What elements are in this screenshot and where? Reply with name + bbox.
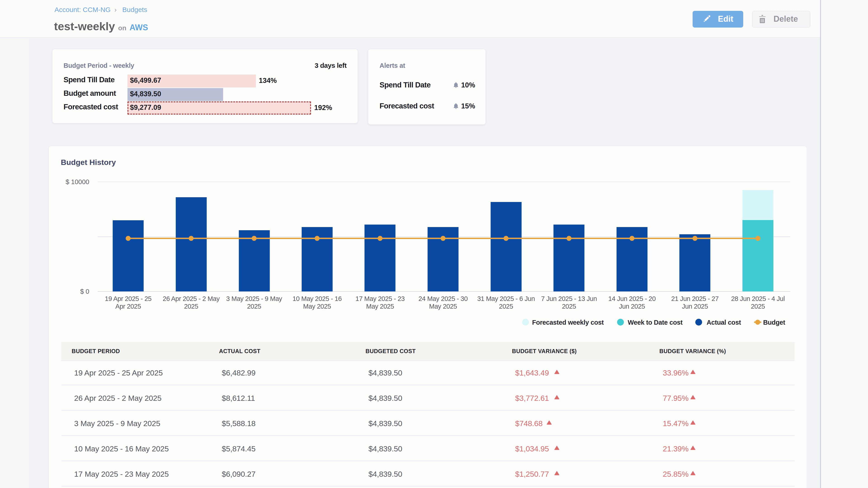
- svg-text:26 Apr 2025 - 2 May: 26 Apr 2025 - 2 May: [163, 295, 220, 302]
- svg-text:2025: 2025: [751, 303, 765, 310]
- svg-text:May 2025: May 2025: [429, 303, 457, 310]
- svg-text:31 May 2025 - 6 Jun: 31 May 2025 - 6 Jun: [477, 295, 535, 302]
- svg-text:Jun 2025: Jun 2025: [619, 303, 645, 310]
- svg-text:28 Jun 2025 - 4 Jul: 28 Jun 2025 - 4 Jul: [731, 295, 784, 302]
- svg-text:$ 0: $ 0: [80, 288, 89, 295]
- svg-text:2025: 2025: [184, 303, 198, 310]
- svg-text:19 Apr 2025 - 25: 19 Apr 2025 - 25: [105, 295, 151, 302]
- svg-text:10 May 2025 - 16: 10 May 2025 - 16: [292, 295, 342, 302]
- svg-text:May 2025: May 2025: [303, 303, 331, 310]
- svg-text:2025: 2025: [499, 303, 513, 310]
- svg-text:May 2025: May 2025: [366, 303, 394, 310]
- svg-text:3 May 2025 - 9 May: 3 May 2025 - 9 May: [226, 295, 282, 302]
- svg-text:Actual cost: Actual cost: [707, 319, 741, 326]
- svg-text:Week to Date cost: Week to Date cost: [628, 319, 683, 326]
- svg-text:7 Jun 2025 - 13 Jun: 7 Jun 2025 - 13 Jun: [541, 295, 597, 302]
- svg-text:24 May 2025 - 30: 24 May 2025 - 30: [418, 295, 468, 302]
- svg-text:Jun 2025: Jun 2025: [682, 303, 708, 310]
- svg-text:Apr 2025: Apr 2025: [115, 303, 141, 310]
- svg-text:$ 10000: $ 10000: [66, 178, 89, 186]
- svg-text:14 Jun 2025 - 20: 14 Jun 2025 - 20: [608, 295, 656, 302]
- svg-text:21 Jun 2025 - 27: 21 Jun 2025 - 27: [671, 295, 719, 302]
- svg-text:Budget: Budget: [763, 319, 785, 326]
- svg-text:17 May 2025 - 23: 17 May 2025 - 23: [355, 295, 405, 302]
- svg-text:2025: 2025: [247, 303, 261, 310]
- svg-text:Forecasted weekly cost: Forecasted weekly cost: [532, 319, 604, 326]
- svg-text:2025: 2025: [562, 303, 576, 310]
